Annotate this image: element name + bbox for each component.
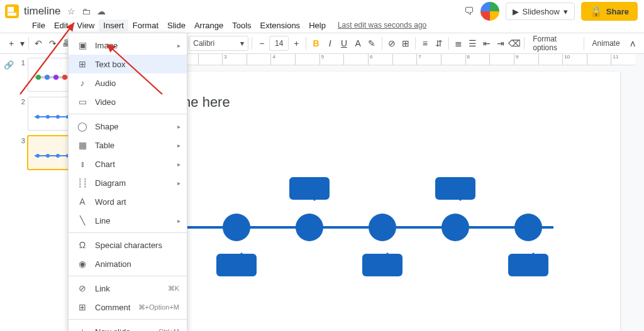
timeline-node[interactable] — [369, 214, 396, 241]
submenu-icon: ▸ — [177, 161, 180, 168]
menu-format[interactable]: Format — [128, 19, 163, 31]
font-name: Calibri — [193, 39, 214, 48]
menu-help[interactable]: Help — [304, 19, 330, 31]
new-slide-button[interactable]: + — [5, 35, 18, 52]
menu-view[interactable]: View — [72, 19, 99, 31]
app-logo-icon — [5, 4, 19, 18]
shortcut-label: ⌘+Option+M — [138, 303, 179, 312]
italic-button[interactable]: I — [324, 35, 336, 52]
menu-item-video[interactable]: ▭Video — [69, 92, 187, 111]
insert-menu-dropdown[interactable]: ▣Image▸⊞Text box♪Audio▭Video◯Shape▸▦Tabl… — [68, 33, 187, 331]
collapse-toolbar-button[interactable]: ʌ — [626, 35, 639, 52]
new-slide-menu[interactable]: ▾ — [19, 35, 25, 52]
menu-icon: ▦ — [77, 140, 87, 150]
link-button[interactable]: ⊘ — [385, 35, 397, 52]
timeline-node[interactable] — [441, 214, 469, 241]
comments-icon[interactable]: 🗨 — [464, 6, 474, 17]
menu-edit[interactable]: Edit — [50, 19, 72, 31]
menu-icon: Ω — [77, 240, 87, 250]
menu-arrange[interactable]: Arrange — [190, 19, 228, 31]
share-button[interactable]: 🔒 Share — [581, 2, 638, 21]
menu-label: Link — [95, 284, 110, 293]
menu-item-text-box[interactable]: ⊞Text box — [69, 55, 187, 73]
menu-label: Comment — [95, 303, 130, 312]
timeline-node[interactable] — [296, 214, 323, 241]
menu-item-table[interactable]: ▦Table▸ — [69, 136, 187, 155]
font-inc[interactable]: + — [290, 35, 303, 52]
menu-item-chart[interactable]: ⫾Chart▸ — [69, 155, 187, 173]
chevron-down-icon: ▾ — [240, 39, 244, 48]
move-icon[interactable]: 🗀 — [82, 6, 91, 16]
timeline-line[interactable] — [147, 226, 553, 229]
font-size[interactable]: 14 — [269, 36, 289, 51]
callout[interactable] — [508, 254, 548, 276]
menu-file[interactable]: File — [28, 19, 50, 31]
menu-label: Word art — [95, 197, 126, 207]
menu-icon: ⊞ — [77, 59, 87, 69]
bold-button[interactable]: B — [309, 35, 322, 52]
highlight-button[interactable]: ✎ — [365, 35, 378, 52]
spacing-button[interactable]: ⇵ — [433, 35, 445, 52]
menu-item-link[interactable]: ⊘Link⌘K — [69, 279, 187, 298]
submenu-icon: ▸ — [177, 217, 180, 224]
share-label: Share — [606, 7, 629, 16]
menu-bar: FileEditViewInsertFormatSlideArrangeTool… — [0, 19, 644, 33]
redo-button[interactable]: ↷ — [46, 35, 58, 52]
animate-button[interactable]: Animate — [587, 35, 625, 52]
menu-label: Text box — [95, 60, 125, 69]
menu-icon: ⊘ — [77, 283, 87, 293]
menu-item-audio[interactable]: ♪Audio — [69, 73, 187, 92]
menu-item-special-characters[interactable]: ΩSpecial characters — [69, 236, 187, 254]
menu-icon: ▣ — [77, 40, 87, 50]
text-color-button[interactable]: A — [352, 35, 364, 52]
callout[interactable] — [216, 254, 257, 276]
menu-icon: ┊┊ — [77, 178, 87, 188]
menu-label: Special characters — [95, 241, 162, 250]
menu-tools[interactable]: Tools — [228, 19, 255, 31]
menu-label: Shape — [95, 122, 119, 131]
undo-button[interactable]: ↶ — [32, 35, 45, 52]
menu-item-animation[interactable]: ◉Animation — [69, 254, 187, 273]
callout[interactable] — [362, 254, 402, 276]
menu-item-image[interactable]: ▣Image▸ — [69, 36, 187, 55]
menu-item-diagram[interactable]: ┊┊Diagram▸ — [69, 173, 187, 192]
callout[interactable] — [435, 177, 475, 200]
document-title[interactable]: timeline — [24, 5, 61, 18]
menu-label: Chart — [95, 160, 115, 169]
callout[interactable] — [289, 177, 330, 200]
underline-button[interactable]: U — [338, 35, 350, 52]
menu-item-line[interactable]: ╲Line▸ — [69, 211, 187, 230]
menu-label: Line — [95, 216, 111, 225]
shortcut-label: ⌘K — [168, 285, 179, 293]
timeline-node[interactable] — [223, 214, 250, 241]
indent-button[interactable]: ⇥ — [494, 35, 507, 52]
menu-item-new-slide[interactable]: +New slideCtrl+M — [69, 322, 187, 331]
menu-item-comment[interactable]: ⊞Comment⌘+Option+M — [69, 298, 187, 317]
menu-item-shape[interactable]: ◯Shape▸ — [69, 117, 187, 136]
last-edit-link[interactable]: Last edit was seconds ago — [338, 21, 426, 30]
slideshow-button[interactable]: ▶ Slideshow ▾ — [506, 3, 575, 20]
menu-item-word-art[interactable]: AWord art — [69, 192, 187, 211]
menu-icon: + — [77, 327, 87, 331]
bullet-list-button[interactable]: ☰ — [466, 35, 479, 52]
menu-icon: ⊞ — [77, 302, 87, 312]
menu-insert[interactable]: Insert — [99, 19, 128, 31]
format-options-button[interactable]: Format options — [528, 35, 580, 52]
attach-icon[interactable]: 🔗 — [4, 60, 14, 70]
clear-format-button[interactable]: ⌫ — [508, 35, 521, 52]
font-dec[interactable]: − — [255, 35, 268, 52]
comment-button[interactable]: ⊞ — [399, 35, 412, 52]
menu-extensions[interactable]: Extensions — [256, 19, 305, 31]
meet-icon[interactable] — [480, 2, 499, 21]
timeline-node[interactable] — [514, 214, 542, 241]
numbered-list-button[interactable]: ≣ — [452, 35, 465, 52]
star-icon[interactable]: ☆ — [67, 6, 75, 16]
menu-icon: ♪ — [77, 78, 87, 88]
cloud-icon[interactable]: ☁ — [97, 6, 106, 16]
outdent-button[interactable]: ⇤ — [480, 35, 493, 52]
chevron-down-icon: ▾ — [564, 7, 568, 16]
menu-slide[interactable]: Slide — [163, 19, 190, 31]
font-select[interactable]: Calibri ▾ — [189, 36, 248, 51]
align-button[interactable]: ≡ — [419, 35, 431, 52]
submenu-icon: ▸ — [177, 180, 180, 187]
